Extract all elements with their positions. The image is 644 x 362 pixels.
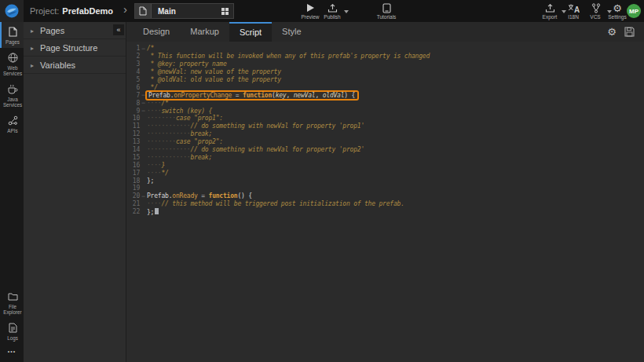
caret-down-icon [344, 10, 349, 13]
sidebar-item-label: File Explorer [2, 304, 23, 315]
accordion-section-variables[interactable]: ▸Variables [24, 57, 126, 74]
panel-collapse-button[interactable]: « [113, 24, 124, 35]
section-arrow-icon: ▸ [31, 62, 34, 69]
code-text: ····/* [147, 100, 169, 107]
tab-script[interactable]: Script [229, 22, 272, 42]
chevron-right-icon: › [123, 2, 127, 16]
code-line[interactable]: 3 * @key: property name [126, 60, 644, 68]
code-line[interactable]: 14············// do something with newVa… [126, 146, 644, 154]
project-label: Project: [30, 6, 59, 16]
editor-actions: ⚙ [607, 22, 635, 42]
line-number: 9 [126, 108, 140, 115]
code-text: ····switch (key) { [147, 108, 212, 115]
sidebar-item-pages[interactable]: Pages [0, 22, 24, 48]
fold-marker-icon[interactable]: – [140, 46, 147, 52]
fold-marker-icon[interactable]: – [140, 193, 147, 199]
line-number: 13 [126, 138, 140, 145]
code-text: }; [147, 177, 154, 185]
editor-tab-bar: Design Markup Script Style ⚙ [126, 22, 644, 42]
sidebar-item-label: APIs [2, 128, 23, 133]
export-label: Export [536, 14, 563, 20]
pages-panel: ▸Pages ▸Page Structure ▸Variables « [24, 22, 126, 362]
wavemaker-logo[interactable] [0, 0, 24, 22]
editor-settings-gear-icon[interactable]: ⚙ [607, 27, 617, 37]
code-line[interactable]: 16····} [126, 161, 644, 169]
code-text: ········case "prop1": [147, 115, 223, 122]
code-line[interactable]: 20–Prefab.onReady = function() { [126, 192, 644, 200]
left-sidebar: Pages Web Services Java Services APIs [0, 22, 24, 362]
save-icon[interactable] [624, 27, 635, 37]
tutorials-label: Tutorials [373, 14, 400, 20]
line-number: 16 [126, 162, 140, 169]
line-number: 2 [126, 53, 140, 60]
logs-document-icon [2, 322, 23, 334]
page-tab-label: Main [158, 7, 176, 16]
line-number: 1 [126, 45, 140, 52]
line-number: 20 [126, 192, 140, 199]
code-line[interactable]: 22}; [126, 208, 644, 216]
code-line[interactable]: 18}; [126, 177, 644, 185]
code-line[interactable]: 10········case "prop1": [126, 115, 644, 122]
section-label: Pages [40, 26, 64, 35]
code-editor[interactable]: 1–/*2 * This function will be invoked wh… [126, 42, 644, 362]
line-number: 19 [126, 185, 140, 192]
code-line[interactable]: 4 * @newVal: new value of the property [126, 68, 644, 76]
export-icon [536, 2, 563, 13]
line-number: 10 [126, 115, 140, 122]
fold-marker-icon[interactable]: – [140, 100, 147, 106]
code-line[interactable]: 21····// this method will be triggered p… [126, 200, 644, 208]
code-text: }; [147, 208, 159, 216]
project-name: PrefabDemo [62, 6, 113, 16]
tab-markup[interactable]: Markup [180, 22, 229, 42]
code-line[interactable]: 9–····switch (key) { [126, 107, 644, 115]
editor-area: Design Markup Script Style ⚙ 1–/*2 * Thi… [126, 22, 644, 362]
sidebar-item-logs[interactable]: Logs [0, 318, 24, 344]
line-number: 4 [126, 68, 140, 75]
publish-button[interactable]: Publish [319, 2, 346, 20]
sidebar-item-file-explorer[interactable]: File Explorer [0, 287, 24, 318]
code-text: * This function will be invoked when any… [147, 53, 430, 60]
coffee-cup-icon [2, 83, 23, 95]
code-text: * @newVal: new value of the property [147, 68, 281, 75]
code-line[interactable]: 1–/* [126, 45, 644, 53]
tutorials-button[interactable]: Tutorials [373, 2, 400, 20]
top-bar: Project:PrefabDemo › Main Preview Publis… [0, 0, 644, 22]
accordion-section-page-structure[interactable]: ▸Page Structure [24, 39, 126, 57]
sidebar-item-web-services[interactable]: Web Services [0, 48, 24, 79]
code-line[interactable]: 7–Prefab.onPropertyChange = function(key… [126, 91, 644, 99]
page-tab-main[interactable]: Main [134, 3, 234, 19]
code-line[interactable]: 2 * This function will be invoked when a… [126, 53, 644, 60]
sidebar-item-label: Java Services [2, 97, 23, 108]
folder-icon [2, 291, 23, 302]
pages-icon [2, 26, 23, 38]
export-button[interactable]: Export [536, 2, 563, 20]
sidebar-item-label: Pages [2, 39, 23, 45]
line-number: 22 [126, 208, 140, 215]
code-line[interactable]: 13········case "prop2": [126, 138, 644, 146]
code-line[interactable]: 17····*/ [126, 169, 644, 177]
code-line[interactable]: 5 * @oldVal: old value of the property [126, 76, 644, 84]
tab-design[interactable]: Design [133, 22, 180, 42]
line-number: 14 [126, 146, 140, 153]
page-icon [135, 4, 152, 18]
line-number: 21 [126, 200, 140, 207]
fold-marker-icon[interactable]: – [140, 108, 147, 114]
code-line[interactable]: 19 [126, 185, 644, 192]
sidebar-item-apis[interactable]: APIs [0, 111, 24, 137]
line-number: 17 [126, 170, 140, 177]
project-breadcrumb: Project:PrefabDemo [30, 0, 113, 22]
grid-icon[interactable] [221, 8, 229, 15]
code-line[interactable]: 12············break; [126, 130, 644, 138]
user-avatar[interactable]: MP [627, 4, 641, 18]
more-options-icon[interactable]: ••• [0, 344, 24, 359]
gear-icon: ⚙ [613, 3, 622, 13]
code-line[interactable]: 11············// do something with newVa… [126, 122, 644, 130]
code-text: * @oldVal: old value of the property [147, 76, 281, 83]
section-arrow-icon: ▸ [31, 45, 34, 52]
tab-style[interactable]: Style [272, 22, 311, 42]
code-line[interactable]: 15············break; [126, 153, 644, 161]
tutorials-book-icon [373, 2, 400, 13]
code-text: /* [147, 45, 154, 52]
sidebar-item-java-services[interactable]: Java Services [0, 79, 24, 111]
accordion-section-pages[interactable]: ▸Pages [24, 22, 126, 39]
